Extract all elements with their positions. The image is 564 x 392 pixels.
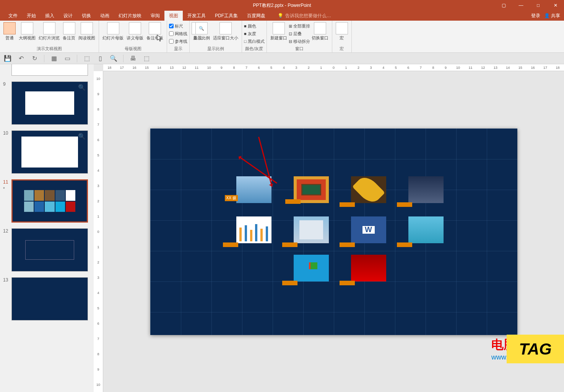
slide-image-2[interactable] — [294, 176, 329, 203]
move-split-button[interactable]: ⊟ 移动拆分 — [289, 37, 310, 45]
slide-image-8[interactable] — [408, 216, 444, 243]
group-show: 标尺 网格线 参考线 备注 显示 — [167, 21, 190, 52]
qat-icon-2[interactable]: ▭ — [63, 55, 71, 62]
group-presentation-views: 普通 大纲视图 幻灯片浏览 备注页 阅读视图 演示文稿视图 — [0, 21, 99, 52]
color-button[interactable]: ■ 颜色 — [244, 22, 256, 30]
group-color: ■ 颜色 ■ 灰度 □ 黑白模式 颜色/灰度 — [242, 21, 267, 52]
tab-transition[interactable]: 切换 — [77, 11, 96, 21]
group-master-views: 幻灯片母版 讲义母版 备注母版 母版视图 — [99, 21, 167, 52]
maximize-icon[interactable]: □ — [530, 0, 547, 11]
undo-icon[interactable]: ↶ — [17, 55, 25, 62]
slide-image-10[interactable] — [351, 255, 386, 281]
slide-thumb-11[interactable]: 11 * — [11, 179, 88, 223]
qat-icon-4[interactable]: ▯ — [96, 55, 104, 62]
quick-access-toolbar: 💾 ↶ ↻ ▦ ▭ ⬚ ▯ 🔍 🖶 ⬚ — [0, 53, 564, 64]
login-link[interactable]: 登录 — [531, 13, 540, 19]
tag-badge: TAG — [507, 335, 564, 363]
blackwhite-button[interactable]: □ 黑白模式 — [244, 37, 265, 45]
slide-image-6[interactable] — [294, 216, 329, 243]
redo-icon[interactable]: ↻ — [31, 55, 38, 62]
tab-baidu[interactable]: 百度网盘 — [242, 11, 270, 21]
tab-slideshow[interactable]: 幻灯片放映 — [114, 11, 146, 21]
slide-thumb-9[interactable]: 9 🔍 — [11, 81, 88, 125]
guides-checkbox[interactable]: 参考线 — [169, 37, 187, 45]
gridlines — [150, 128, 517, 335]
save-icon[interactable]: 💾 — [4, 55, 11, 62]
slide-master-button[interactable]: 幻灯片母版 — [101, 21, 125, 42]
slide-image-1[interactable]: XX 摄 — [236, 176, 271, 203]
slide-image-4[interactable] — [408, 176, 444, 203]
ribbon: 普通 大纲视图 幻灯片浏览 备注页 阅读视图 演示文稿视图 幻灯片母版 讲义母版… — [0, 21, 564, 53]
window-title: PPT教程2.pptx - PowerPoint — [253, 2, 311, 9]
slide-thumb-13[interactable]: 13 — [11, 277, 88, 320]
tab-view[interactable]: 视图 — [164, 11, 183, 21]
view-normal-button[interactable]: 普通 — [2, 21, 17, 42]
view-outline-button[interactable]: 大纲视图 — [17, 21, 37, 42]
qat-icon-7[interactable]: ⬚ — [143, 55, 150, 62]
tab-file[interactable]: 文件 — [4, 11, 22, 21]
slide-image-3[interactable] — [351, 176, 386, 203]
main-area: 9 🔍 10 🔍 11 * 12 — [0, 64, 564, 392]
tab-insert[interactable]: 插入 — [41, 11, 59, 21]
macros-button[interactable]: 宏 — [334, 21, 349, 42]
qat-icon-1[interactable]: ▦ — [50, 55, 58, 62]
window-controls: ▢ — □ ✕ — [495, 0, 564, 11]
qat-icon-6[interactable]: 🖶 — [129, 55, 137, 62]
share-button[interactable]: 👤 共享 — [544, 13, 560, 19]
slide-image-7[interactable]: W — [351, 216, 386, 243]
switch-windows-button[interactable]: 切换窗口 — [310, 21, 330, 42]
slide-thumb-10[interactable]: 10 🔍 — [11, 130, 88, 174]
slide-canvas[interactable]: XX 摄 W — [150, 128, 517, 335]
title-bar: PPT教程2.pptx - PowerPoint ▢ — □ ✕ — [0, 0, 564, 11]
group-window: 新建窗口 ⊞ 全部重排 ⊡ 层叠 ⊟ 移动拆分 切换窗口 窗口 — [267, 21, 332, 52]
slide-image-9[interactable] — [294, 255, 329, 281]
horizontal-ruler[interactable]: 1817161514131211109876543210123456789101… — [103, 64, 564, 71]
restore-down-icon[interactable]: ▢ — [495, 0, 512, 11]
grayscale-button[interactable]: ■ 灰度 — [244, 30, 256, 37]
ruler-checkbox[interactable]: 标尺 — [169, 22, 183, 30]
handout-master-button[interactable]: 讲义母版 — [125, 21, 145, 42]
arrange-all-button[interactable]: ⊞ 全部重排 — [289, 22, 310, 30]
zoom-button[interactable]: 🔍显示比例 — [192, 21, 211, 42]
vertical-ruler[interactable]: 10987654321012345678910 — [94, 71, 103, 392]
slide-thumb-12[interactable]: 12 — [11, 228, 88, 272]
view-notespage-button[interactable]: 备注页 — [61, 21, 77, 42]
view-reading-button[interactable]: 阅读视图 — [77, 21, 97, 42]
notes-master-button[interactable]: 备注母版 — [145, 21, 165, 42]
tab-animation[interactable]: 动画 — [96, 11, 114, 21]
tab-design[interactable]: 设计 — [59, 11, 77, 21]
gridlines-checkbox[interactable]: 网格线 — [169, 30, 187, 37]
new-window-button[interactable]: 新建窗口 — [269, 21, 289, 42]
slide-thumbnail-panel[interactable]: 9 🔍 10 🔍 11 * 12 — [0, 64, 94, 392]
qat-icon-3[interactable]: ⬚ — [83, 55, 91, 62]
cascade-button[interactable]: ⊡ 层叠 — [289, 30, 310, 37]
zoom-icon: 🔍 — [78, 133, 86, 140]
slide-thumb[interactable] — [11, 64, 88, 76]
tab-home[interactable]: 开始 — [22, 11, 41, 21]
group-zoom: 🔍显示比例 适应窗口大小 显示比例 — [190, 21, 242, 52]
tab-review[interactable]: 审阅 — [146, 11, 164, 21]
group-macros: 宏 宏 — [332, 21, 352, 52]
tab-developer[interactable]: 开发工具 — [183, 11, 210, 21]
tell-me-search[interactable]: 💡告诉我您想要做什么… — [278, 13, 331, 19]
fit-window-button[interactable]: 适应窗口大小 — [211, 21, 240, 42]
close-icon[interactable]: ✕ — [547, 0, 564, 11]
tab-pdf[interactable]: PDF工具集 — [210, 11, 242, 21]
slide-image-5[interactable] — [236, 216, 271, 243]
minimize-icon[interactable]: — — [512, 0, 530, 11]
qat-icon-5[interactable]: 🔍 — [110, 55, 117, 62]
zoom-icon: 🔍 — [78, 84, 86, 91]
menu-bar: 文件 开始 插入 设计 切换 动画 幻灯片放映 审阅 视图 开发工具 PDF工具… — [0, 11, 564, 21]
view-sorter-button[interactable]: 幻灯片浏览 — [37, 21, 61, 42]
